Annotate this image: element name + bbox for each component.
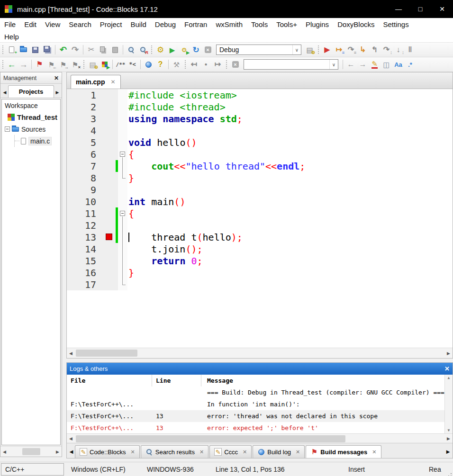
scrollbar-thumb[interactable] xyxy=(76,350,137,357)
save-icon[interactable] xyxy=(29,44,41,55)
line-marker-margin[interactable] xyxy=(104,243,118,255)
editor-tab-maincpp[interactable]: main.cpp ✕ xyxy=(71,75,121,89)
toolbar-grip[interactable] xyxy=(184,60,187,69)
paste-icon[interactable] xyxy=(109,44,121,55)
line-number[interactable]: 5 xyxy=(67,136,104,148)
tab-scroll-right-icon[interactable]: ▶ xyxy=(444,445,452,458)
fold-margin[interactable] xyxy=(118,148,127,160)
logs-horizontal-scrollbar[interactable]: ◀ ▶ xyxy=(67,433,453,443)
chevron-down-icon[interactable]: ∨ xyxy=(329,60,338,69)
line-number[interactable]: 10 xyxy=(67,196,104,207)
menu-doxyblocks[interactable]: DoxyBlocks xyxy=(333,18,379,30)
line-marker-margin[interactable] xyxy=(104,113,118,125)
select-target-icon[interactable]: ◫ xyxy=(381,59,392,70)
code-text[interactable]: } xyxy=(127,172,453,184)
menu-fortran[interactable]: Fortran xyxy=(180,18,211,30)
code-line[interactable]: 11{ xyxy=(67,207,453,219)
match-case-icon[interactable]: Aa xyxy=(392,59,404,70)
line-marker-margin[interactable] xyxy=(104,255,118,267)
code-line[interactable]: 10int main() xyxy=(67,196,453,207)
scroll-right-icon[interactable]: ▶ xyxy=(54,447,62,457)
prev-bookmark-icon[interactable]: ⚑← xyxy=(45,59,57,70)
build-icon[interactable]: ⚙ xyxy=(154,44,166,55)
code-line[interactable]: 5void hello() xyxy=(67,136,453,148)
toggle-bookmark-icon[interactable]: ⚑ xyxy=(34,59,45,70)
code-line[interactable]: 12 xyxy=(67,219,453,231)
minimize-button[interactable]: — xyxy=(388,0,409,18)
scrollbar-track[interactable] xyxy=(9,447,54,457)
menu-help[interactable]: Help xyxy=(0,30,23,43)
code-text[interactable]: return 0; xyxy=(127,255,453,267)
scrollbar-track[interactable] xyxy=(75,434,444,443)
menu-settings[interactable]: Settings xyxy=(379,18,413,30)
code-text[interactable]: { xyxy=(127,207,453,219)
logs-vertical-scrollbar[interactable]: ▲ ▼ xyxy=(444,375,453,433)
tree-item-main-c[interactable]: main.c xyxy=(2,135,60,147)
code-text[interactable]: #include <thread> xyxy=(127,101,453,113)
scroll-left-icon[interactable]: ◀ xyxy=(0,447,9,457)
code-text[interactable]: { xyxy=(127,148,453,160)
code-text[interactable]: #include <iostream> xyxy=(127,89,453,101)
fold-collapse-icon[interactable] xyxy=(120,152,125,157)
nav-forward-icon[interactable]: → xyxy=(18,59,29,70)
undo-icon[interactable]: ↶ xyxy=(57,44,69,55)
code-line[interactable]: 1#include <iostream> xyxy=(67,89,453,101)
toolbar-grip[interactable] xyxy=(1,45,4,54)
code-line[interactable]: 3using namespace std; xyxy=(67,113,453,125)
abort-build-icon[interactable] xyxy=(202,44,214,55)
fold-margin[interactable] xyxy=(118,243,127,255)
line-number[interactable]: 8 xyxy=(67,172,104,184)
logs-tab-code-blocks[interactable]: ✎Code::Blocks✕ xyxy=(75,445,140,458)
line-marker-margin[interactable] xyxy=(104,160,118,172)
doxy-help-icon[interactable]: ? xyxy=(154,59,166,70)
scrollbar-thumb[interactable] xyxy=(22,448,40,455)
fold-margin[interactable] xyxy=(118,113,127,125)
line-marker-margin[interactable] xyxy=(104,207,118,219)
code-line[interactable]: 13 thread t(hello); xyxy=(67,231,453,243)
line-marker-margin[interactable] xyxy=(104,184,118,196)
code-line[interactable]: 2#include <thread> xyxy=(67,101,453,113)
resize-grip[interactable] xyxy=(451,473,452,474)
incsearch-next-icon[interactable]: → xyxy=(357,59,369,70)
fold-margin[interactable] xyxy=(118,101,127,113)
clear-bookmarks-icon[interactable]: ⚑× xyxy=(69,59,81,70)
logs-tab-search-results[interactable]: Search results✕ xyxy=(141,445,208,458)
toolbar-grip[interactable] xyxy=(317,45,320,54)
code-line[interactable]: 9 xyxy=(67,184,453,196)
line-number[interactable]: 9 xyxy=(67,184,104,196)
logs-column-line[interactable]: Line xyxy=(152,375,201,386)
menu-wxsmith[interactable]: wxSmith xyxy=(211,18,247,30)
management-close-icon[interactable]: ✕ xyxy=(54,75,59,81)
logs-column-message[interactable]: Message xyxy=(201,377,453,384)
scroll-right-icon[interactable]: ▶ xyxy=(444,348,453,358)
jump-position-icon[interactable]: ● xyxy=(200,59,212,70)
redo-icon[interactable]: ↷ xyxy=(69,44,81,55)
toolbar-grip[interactable] xyxy=(225,60,228,69)
menu-project[interactable]: Project xyxy=(96,18,127,30)
scrollbar-thumb[interactable] xyxy=(76,435,345,442)
chevron-down-icon[interactable]: ∨ xyxy=(292,45,301,54)
open-file-icon[interactable] xyxy=(18,44,29,55)
tab-close-icon[interactable]: ✕ xyxy=(199,449,204,455)
toolbar-grip[interactable] xyxy=(1,60,4,69)
cccc-run-icon[interactable]: ▶ xyxy=(99,59,110,70)
code-line[interactable]: 7 cout<<"hello thread"<<endl; xyxy=(67,160,453,172)
menu-view[interactable]: View xyxy=(41,18,64,30)
menu-search[interactable]: Search xyxy=(64,18,96,30)
close-button[interactable]: ✕ xyxy=(431,0,453,18)
next-line-icon[interactable]: ↷≡ xyxy=(345,44,357,55)
debug-continue-icon[interactable]: ▶ xyxy=(321,44,333,55)
fold-margin[interactable] xyxy=(118,267,127,278)
next-instruction-icon[interactable]: ↷: xyxy=(381,44,392,55)
fold-margin[interactable] xyxy=(118,231,127,243)
line-number[interactable]: 14 xyxy=(67,243,104,255)
highlight-occurrences-icon[interactable]: ✎ xyxy=(369,59,381,70)
step-out-icon[interactable]: ↰ xyxy=(369,44,381,55)
line-number[interactable]: 3 xyxy=(67,113,104,125)
build-target-combobox[interactable]: Debug∨ xyxy=(216,45,301,55)
line-number[interactable]: 16 xyxy=(67,267,104,278)
fold-margin[interactable] xyxy=(118,172,127,184)
editor-horizontal-scrollbar[interactable]: ◀ ▶ xyxy=(67,348,453,358)
fold-margin[interactable] xyxy=(118,219,127,231)
tab-projects[interactable]: Projects xyxy=(8,85,54,98)
